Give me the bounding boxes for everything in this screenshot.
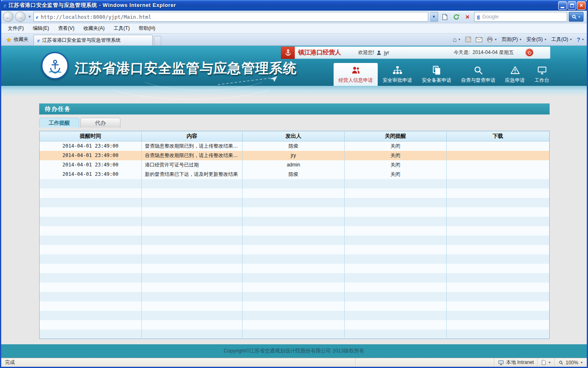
toolbar-right: ⌂ ▼ [453, 36, 584, 45]
table-row[interactable]: 2014-04-01 23:49:00 新的督查结果已下达，请及时更新整改结果 … [40, 170, 550, 179]
status-bar: 完成 本地 Intranet ▼ 100% ▼ [1, 358, 587, 367]
window-title: 江苏省港口安全监管与应急管理系统 - Windows Internet Expl… [9, 2, 557, 9]
close-reminder-link[interactable]: 关闭 [390, 162, 400, 168]
tab-ie-icon: e [37, 38, 40, 43]
nav-item-safety-approval-apply[interactable]: 安全审批申请 [378, 63, 417, 86]
empty-row [40, 179, 550, 188]
home-dropdown[interactable]: ▼ [458, 38, 461, 41]
tab-delegate[interactable]: 代办 [80, 118, 120, 128]
column-header-download: 下载 [446, 131, 549, 141]
user-strip: 镇江港口经营人 欢迎您! jyr 今天是: 2014-04-04 星期五 [281, 47, 550, 59]
logout-button[interactable] [525, 48, 534, 57]
org-chart-icon [392, 65, 403, 75]
empty-row [40, 188, 550, 198]
table-row[interactable]: 2014-04-01 23:49:00 督查隐患整改期限已到，请上传整改结果… … [40, 141, 550, 151]
content-area: 待办任务 工作提醒 代办 提醒时间 内容 发出人 关闭提醒 下载 [1, 96, 587, 344]
new-tab-stub[interactable] [154, 36, 161, 45]
print-dropdown[interactable]: ▼ [494, 38, 497, 41]
close-reminder-link[interactable]: 关闭 [390, 153, 400, 158]
menu-item-favorites[interactable]: 收藏夹(A) [79, 24, 109, 33]
today-value: 2014-04-04 星期五 [472, 49, 514, 56]
browser-tab[interactable]: e 江苏省港口安全监管与应急管理系统 [33, 35, 153, 45]
search-input[interactable] [482, 14, 564, 20]
help-button[interactable]: ?▼ [577, 37, 585, 43]
print-button[interactable]: ▼ [487, 36, 497, 43]
empty-row [40, 198, 550, 207]
home-button[interactable]: ⌂ ▼ [453, 36, 461, 43]
column-header-sender: 发出人 [243, 131, 345, 141]
page-menu-button[interactable]: 页面(P)▼ [501, 36, 522, 43]
role-ribbon [281, 47, 295, 59]
magnifier-icon [559, 360, 564, 365]
computer-icon [498, 360, 504, 365]
zoom-control[interactable]: 100% ▼ [555, 358, 587, 367]
address-dropdown-button[interactable]: ▼ [430, 12, 438, 22]
empty-row [40, 226, 550, 236]
tab-title: 江苏省港口安全监管与应急管理系统 [42, 37, 120, 44]
empty-row [40, 207, 550, 217]
close-button[interactable]: × [577, 1, 586, 10]
nav-item-emergency-apply[interactable]: 应急申请 [500, 63, 530, 86]
feeds-button[interactable] [465, 36, 471, 43]
browser-window: e 江苏省港口安全监管与应急管理系统 - Windows Internet Ex… [0, 0, 588, 368]
nav-item-operator-info-apply[interactable]: 经营人信息申请 [334, 63, 378, 86]
printer-icon [487, 36, 493, 43]
forward-button[interactable]: → [15, 11, 26, 22]
back-button[interactable]: ← [3, 11, 13, 22]
home-icon: ⌂ [453, 36, 457, 43]
minimize-button[interactable] [558, 1, 567, 10]
column-header-content: 内容 [141, 131, 242, 141]
refresh-button[interactable] [451, 12, 461, 22]
compatibility-view-button[interactable] [440, 12, 450, 22]
close-reminder-link[interactable]: 关闭 [390, 171, 400, 177]
menu-item-help[interactable]: 帮助(H) [135, 24, 160, 33]
table-header-row: 提醒时间 内容 发出人 关闭提醒 下载 [40, 131, 550, 141]
empty-row [40, 264, 550, 273]
nav-item-safety-record-apply[interactable]: 安全备案申请 [417, 63, 456, 86]
todo-table: 提醒时间 内容 发出人 关闭提醒 下载 2014-04-01 23:49:00 … [39, 131, 550, 339]
table-row[interactable]: 2014-04-01 23:49:00 港口经营许可证号已过期 admin 关闭 [40, 160, 550, 170]
zoom-page-button[interactable]: ▼ [537, 358, 555, 367]
role-badge: 镇江港口经营人 [298, 49, 341, 56]
users-icon [350, 65, 361, 75]
empty-row [40, 236, 550, 245]
read-mail-button[interactable] [476, 37, 482, 42]
menu-item-file[interactable]: 文件(F) [4, 24, 28, 33]
menu-item-tools[interactable]: 工具(T) [109, 24, 134, 33]
download-cell [446, 141, 549, 151]
address-field[interactable]: e http://localhost:8080/yjpt/Main.html [33, 12, 428, 22]
tab-bar: ★ 收藏夹 e 江苏省港口安全监管与应急管理系统 ⌂ ▼ [1, 34, 587, 46]
close-reminder-link[interactable]: 关闭 [390, 143, 400, 149]
page-header: 江苏省港口安全监管与应急管理系统 镇江港口经营人 欢迎您! jyr [1, 46, 587, 86]
tools-menu-button[interactable]: 工具(O)▼ [551, 36, 572, 43]
favorites-button[interactable]: ★ 收藏夹 [4, 34, 32, 45]
security-zone-pane[interactable]: 本地 Intranet [494, 358, 537, 367]
star-icon: ★ [6, 36, 11, 43]
search-button[interactable]: ▼ [569, 12, 584, 22]
todo-panel: 待办任务 工作提醒 代办 提醒时间 内容 发出人 关闭提醒 下载 [39, 103, 550, 339]
refresh-icon [453, 13, 460, 20]
zoom-level: 100% [566, 360, 578, 366]
table-row[interactable]: 2014-04-01 23:49:00 自查隐患整改期限已到，请上传整改结果… … [40, 151, 550, 160]
empty-row [40, 217, 550, 226]
nav-item-workbench[interactable]: 工作台 [530, 63, 554, 86]
menu-item-edit[interactable]: 编辑(E) [29, 24, 53, 33]
copyright-footer: Copyright©江苏省交通规划设计院股份有限公司 2013版权所有 [1, 344, 587, 358]
address-bar: ← → ▼ e http://localhost:8080/yjpt/Main.… [1, 11, 587, 23]
search-dropdown[interactable]: ▼ [578, 16, 581, 18]
panel-title: 待办任务 [39, 103, 550, 114]
download-cell [446, 160, 549, 170]
empty-row [40, 301, 550, 311]
download-cell [446, 170, 549, 179]
safety-menu-button[interactable]: 安全(S)▼ [526, 36, 547, 43]
nav-item-selfcheck-supervision-apply[interactable]: 自查与督查申请 [456, 63, 500, 86]
stop-button[interactable]: × [463, 12, 472, 22]
rss-icon [465, 36, 471, 43]
empty-row [40, 254, 550, 264]
tab-work-reminder[interactable]: 工作提醒 [39, 118, 79, 128]
menu-item-view[interactable]: 查看(V) [54, 24, 78, 33]
system-title: 江苏省港口安全监管与应急管理系统 [74, 59, 297, 78]
recent-pages-dropdown[interactable]: ▼ [27, 15, 32, 19]
main-nav: 经营人信息申请 安全审批申请 [334, 63, 554, 86]
maximize-button[interactable] [568, 1, 576, 10]
